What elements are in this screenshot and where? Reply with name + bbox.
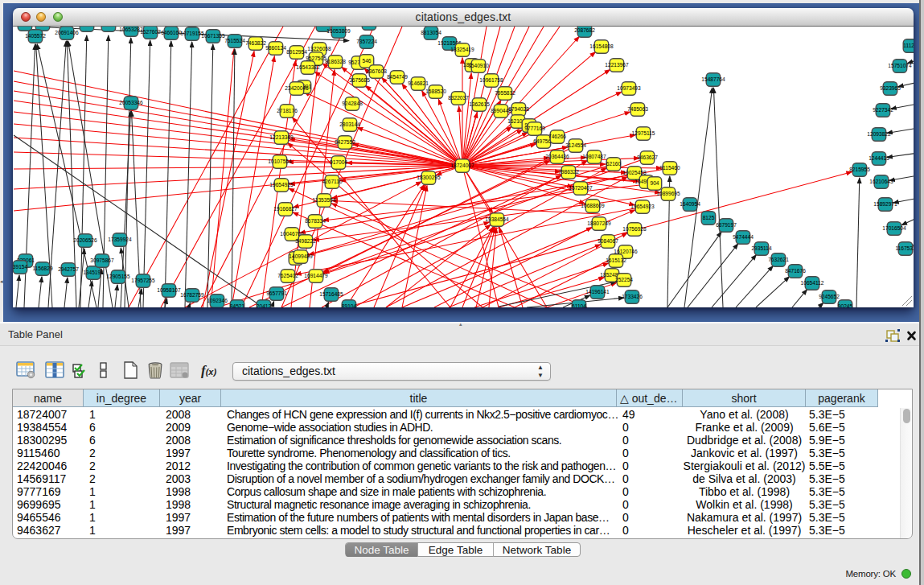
svg-text:23420046: 23420046 xyxy=(285,85,309,91)
svg-text:62160: 62160 xyxy=(606,161,622,167)
svg-text:16210643: 16210643 xyxy=(869,179,893,184)
svg-text:16543382: 16543382 xyxy=(296,64,320,70)
svg-text:20053346: 20053346 xyxy=(119,100,143,105)
svg-text:20691406: 20691406 xyxy=(55,30,79,35)
svg-text:1405572: 1405572 xyxy=(25,33,46,39)
svg-text:3498222: 3498222 xyxy=(295,238,316,244)
svg-text:16154808: 16154808 xyxy=(589,43,614,49)
svg-text:9657791: 9657791 xyxy=(266,290,287,296)
svg-text:10671355: 10671355 xyxy=(201,33,225,39)
svg-text:10899695: 10899695 xyxy=(656,191,680,196)
svg-text:1615132: 1615132 xyxy=(606,257,626,263)
svg-text:16782759: 16782759 xyxy=(180,292,204,298)
svg-text:39154: 39154 xyxy=(13,264,27,270)
svg-text:12213349: 12213349 xyxy=(269,134,294,140)
svg-text:2718176: 2718176 xyxy=(277,108,298,113)
svg-text:17957255: 17957255 xyxy=(131,278,155,283)
svg-text:9227342: 9227342 xyxy=(873,107,893,113)
svg-text:1605: 1605 xyxy=(318,27,330,27)
svg-text:10961758: 10961758 xyxy=(479,77,503,83)
svg-text:9323965: 9323965 xyxy=(880,85,901,91)
svg-text:546: 546 xyxy=(362,58,371,64)
svg-text:2367608: 2367608 xyxy=(366,68,387,74)
svg-text:9474444: 9474444 xyxy=(733,234,754,240)
svg-text:9115460: 9115460 xyxy=(659,165,680,171)
svg-text:1640954: 1640954 xyxy=(680,201,700,207)
svg-text:8912954: 8912954 xyxy=(286,49,307,55)
svg-text:10958107: 10958107 xyxy=(157,287,181,293)
svg-text:19166827: 19166827 xyxy=(273,206,298,212)
svg-text:15720407: 15720407 xyxy=(569,185,593,191)
svg-text:12093822: 12093822 xyxy=(867,131,891,137)
svg-text:13226058: 13226058 xyxy=(307,46,331,51)
svg-text:16387: 16387 xyxy=(101,27,117,27)
svg-text:9242848: 9242848 xyxy=(342,101,363,106)
svg-text:1588520: 1588520 xyxy=(425,89,446,94)
svg-text:1362615: 1362615 xyxy=(469,101,490,107)
svg-text:7485063: 7485063 xyxy=(627,106,648,112)
svg-text:11124: 11124 xyxy=(903,43,914,48)
svg-text:10654112: 10654112 xyxy=(801,280,824,286)
svg-text:8678334: 8678334 xyxy=(305,218,326,224)
svg-text:6794028: 6794028 xyxy=(508,106,529,112)
svg-text:11353594: 11353594 xyxy=(313,197,336,203)
svg-text:4267110: 4267110 xyxy=(322,179,343,184)
svg-text:8186328: 8186328 xyxy=(325,59,346,64)
svg-text:15751074: 15751074 xyxy=(888,63,912,68)
svg-text:6466160: 6466160 xyxy=(161,30,182,35)
svg-text:9860124: 9860124 xyxy=(265,45,286,51)
svg-text:7632621: 7632621 xyxy=(768,257,789,262)
svg-text:16053809: 16053809 xyxy=(326,28,351,34)
svg-text:89104: 89104 xyxy=(342,303,357,307)
svg-text:10688609: 10688609 xyxy=(581,203,605,208)
svg-text:917004: 917004 xyxy=(330,159,347,165)
svg-text:18300295: 18300295 xyxy=(417,175,441,180)
svg-text:7357224: 7357224 xyxy=(356,39,377,44)
svg-text:8125: 8125 xyxy=(703,215,715,220)
svg-text:9245652: 9245652 xyxy=(819,294,840,299)
svg-text:9463627: 9463627 xyxy=(637,154,658,160)
svg-text:14196141: 14196141 xyxy=(585,289,610,295)
svg-text:7515524: 7515524 xyxy=(224,38,245,43)
svg-text:18807249: 18807249 xyxy=(587,220,611,226)
svg-text:8813054: 8813054 xyxy=(421,30,441,35)
svg-text:19654923: 19654923 xyxy=(630,204,655,209)
svg-text:1540910: 1540910 xyxy=(468,63,489,68)
svg-text:1092346: 1092346 xyxy=(207,298,228,303)
svg-text:8471676: 8471676 xyxy=(785,268,806,274)
svg-text:2935114: 2935114 xyxy=(751,245,772,251)
svg-text:20364436: 20364436 xyxy=(545,154,569,159)
svg-text:16914479: 16914479 xyxy=(304,273,328,278)
svg-text:17016504: 17016504 xyxy=(882,225,906,231)
svg-text:9084067: 9084067 xyxy=(598,238,618,244)
svg-text:7955812: 7955812 xyxy=(495,90,515,96)
svg-text:2803144: 2803144 xyxy=(339,122,360,127)
svg-text:2942757: 2942757 xyxy=(58,266,79,272)
svg-text:1733426: 1733426 xyxy=(622,294,643,299)
svg-text:90245: 90245 xyxy=(838,303,853,307)
svg-text:84521: 84521 xyxy=(230,303,245,307)
svg-text:12975115: 12975115 xyxy=(632,130,655,136)
svg-text:15892971: 15892971 xyxy=(873,201,897,207)
svg-text:15487764: 15487764 xyxy=(701,76,725,82)
svg-text:9435: 9435 xyxy=(81,27,93,27)
svg-text:252254: 252254 xyxy=(615,277,633,282)
svg-text:3675685: 3675685 xyxy=(349,77,370,83)
svg-text:12905155: 12905155 xyxy=(106,274,130,279)
svg-text:8215955: 8215955 xyxy=(849,167,870,172)
svg-text:14099489: 14099489 xyxy=(289,253,313,259)
svg-text:1527602: 1527602 xyxy=(140,29,161,35)
svg-text:10807487: 10807487 xyxy=(582,154,606,159)
svg-text:18724007: 18724007 xyxy=(450,163,474,168)
svg-text:17359924: 17359924 xyxy=(108,237,132,242)
svg-text:1156829: 1156829 xyxy=(32,266,53,271)
svg-text:746266: 746266 xyxy=(548,134,566,139)
svg-text:2087682: 2087682 xyxy=(574,27,595,33)
svg-text:15716485: 15716485 xyxy=(319,291,343,297)
svg-text:9146821: 9146821 xyxy=(408,80,429,86)
svg-text:19384554: 19384554 xyxy=(485,216,509,222)
svg-text:3124554: 3124554 xyxy=(565,142,586,148)
svg-text:1345194: 1345194 xyxy=(83,270,104,275)
svg-text:61104: 61104 xyxy=(572,303,586,307)
svg-text:1244415: 1244415 xyxy=(869,155,889,161)
